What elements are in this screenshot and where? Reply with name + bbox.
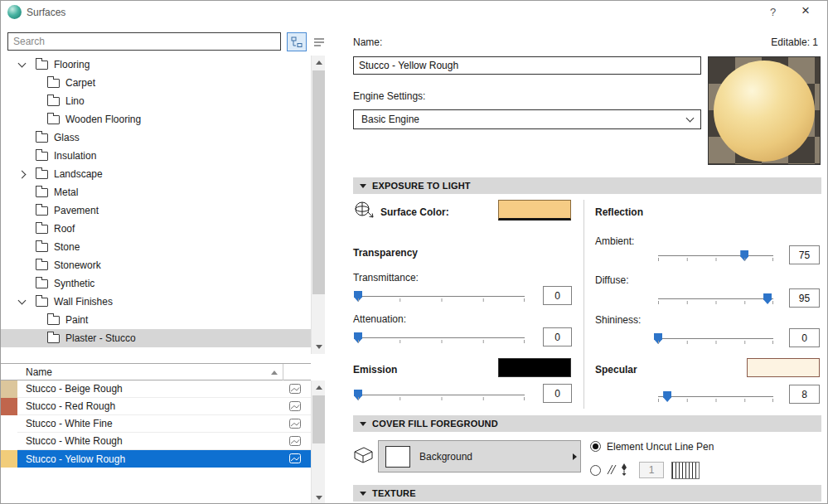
slider-handle[interactable] — [740, 250, 748, 261]
chevron-down-icon[interactable] — [18, 60, 27, 68]
slider-track — [658, 255, 773, 256]
chevron-down-icon — [686, 114, 695, 123]
color-swatch — [1, 380, 17, 398]
element-uncut-line-pen-radio[interactable] — [590, 441, 601, 452]
specular-slider[interactable] — [653, 390, 778, 404]
scroll-up-button[interactable] — [312, 380, 326, 395]
color-swatch — [1, 415, 17, 433]
list-header-name[interactable]: Name — [1, 364, 311, 380]
tree-item-label: Glass — [54, 132, 80, 143]
engine-settings-select[interactable]: Basic Engine — [353, 109, 701, 129]
list-row-label: Stucco - White Rough — [26, 435, 123, 447]
tree-view-button[interactable] — [287, 32, 307, 51]
surface-color-label: Surface Color: — [380, 206, 449, 218]
tree-item-pavement[interactable]: Pavement — [1, 201, 311, 220]
editable-count: Editable: 1 — [771, 36, 818, 48]
tree-item-flooring[interactable]: Flooring — [1, 56, 311, 74]
tree-item-lino[interactable]: Lino — [1, 92, 311, 110]
tree-item-synthetic[interactable]: Synthetic — [1, 274, 311, 293]
emission-color-swatch[interactable] — [498, 358, 571, 377]
tree-item-paint[interactable]: Paint — [1, 311, 311, 329]
tree-item-stonework[interactable]: Stonework — [1, 256, 311, 274]
list-scrollbar[interactable] — [311, 380, 325, 504]
list-row-stucco-white-rough[interactable]: Stucco - White Rough — [1, 433, 311, 450]
slider-handle[interactable] — [663, 391, 671, 402]
folder-icon — [36, 225, 48, 234]
ambient-label: Ambient: — [595, 235, 634, 247]
close-button[interactable]: × — [801, 2, 810, 19]
chevron-right-icon[interactable] — [18, 170, 27, 178]
tree-item-metal[interactable]: Metal — [1, 183, 311, 201]
transmittance-value-input[interactable] — [543, 286, 572, 305]
search-input[interactable] — [7, 32, 281, 51]
slider-handle[interactable] — [354, 390, 362, 400]
section-exposure-to-light[interactable]: EXPOSURE TO LIGHT — [353, 177, 821, 194]
pen-weight-preview[interactable] — [671, 462, 700, 479]
collapse-icon — [360, 184, 366, 188]
specular-value-input[interactable] — [789, 385, 820, 404]
column-divider — [583, 200, 584, 409]
specular-label: Specular — [595, 364, 637, 376]
scroll-up-button[interactable] — [312, 56, 326, 70]
diffuse-value-input[interactable] — [789, 288, 820, 308]
slider-handle[interactable] — [763, 293, 772, 304]
section-title: COVER FILL FOREGROUND — [372, 419, 498, 429]
specular-color-swatch[interactable] — [747, 358, 820, 377]
folder-icon — [47, 97, 60, 106]
tree-item-carpet[interactable]: Carpet — [1, 74, 311, 92]
transmittance-slider[interactable] — [353, 290, 530, 303]
section-texture[interactable]: TEXTURE — [353, 485, 821, 502]
custom-pen-radio[interactable] — [590, 465, 601, 476]
slider-handle[interactable] — [654, 333, 662, 344]
list-row-stucco-yellow-rough[interactable]: Stucco - Yellow Rough — [1, 450, 311, 468]
list-row-stucco-white-fine[interactable]: Stucco - White Fine — [1, 415, 311, 433]
tree-item-plaster-stucco[interactable]: Plaster - Stucco — [1, 329, 311, 347]
slider-handle[interactable] — [354, 291, 362, 302]
cover-fill-dropdown[interactable]: Background — [378, 440, 581, 472]
folder-icon — [36, 170, 48, 179]
tree-item-landscape[interactable]: Landscape — [1, 165, 311, 183]
tree-item-glass[interactable]: Glass — [1, 128, 311, 147]
tree-scrollbar[interactable] — [311, 56, 325, 354]
help-button[interactable]: ? — [770, 6, 776, 18]
tree-item-roof[interactable]: Roof — [1, 220, 311, 238]
surface-name-input[interactable] — [353, 56, 701, 75]
scroll-down-button[interactable] — [312, 491, 326, 504]
emission-slider[interactable] — [353, 389, 530, 402]
folder-icon — [36, 152, 48, 161]
shininess-slider[interactable] — [653, 332, 778, 346]
diffuse-slider[interactable] — [653, 293, 778, 306]
scrollbar-thumb[interactable] — [312, 70, 325, 294]
slider-handle[interactable] — [354, 332, 362, 343]
folder-icon — [36, 279, 48, 288]
emission-value-input[interactable] — [543, 384, 572, 403]
list-view-icon — [313, 37, 325, 47]
list-row-label: Stucco - Beige Rough — [26, 383, 123, 395]
section-title: TEXTURE — [372, 488, 416, 498]
tree-item-stone[interactable]: Stone — [1, 238, 311, 256]
preview-icon — [289, 419, 301, 429]
scrollbar-thumb[interactable] — [312, 395, 325, 443]
chevron-down-icon[interactable] — [18, 297, 27, 305]
tree-item-wall-finishes[interactable]: Wall Finishes — [1, 293, 311, 311]
tree-item-label: Roof — [54, 223, 75, 235]
list-row-stucco-beige-rough[interactable]: Stucco - Beige Rough — [1, 380, 311, 398]
list-view-button[interactable] — [309, 32, 329, 51]
tree-item-insulation[interactable]: Insulation — [1, 147, 311, 165]
pen-number-input[interactable] — [639, 462, 664, 478]
scroll-down-button[interactable] — [312, 340, 326, 354]
tree-item-label: Insulation — [54, 150, 96, 162]
attenuation-value-input[interactable] — [543, 327, 572, 346]
ambient-slider[interactable] — [653, 250, 778, 263]
cover-fill-icon — [352, 446, 375, 464]
section-cover-fill-foreground[interactable]: COVER FILL FOREGROUND — [353, 415, 821, 432]
surface-color-swatch[interactable] — [498, 200, 571, 220]
tree-item-label: Paint — [65, 314, 88, 326]
list-row-stucco-red-rough[interactable]: Stucco - Red Rough — [1, 398, 311, 415]
attenuation-slider[interactable] — [353, 332, 530, 345]
ambient-value-input[interactable] — [789, 245, 820, 264]
shininess-value-input[interactable] — [789, 328, 820, 347]
tree-item-wooden-flooring[interactable]: Wooden Flooring — [1, 110, 311, 128]
tree-item-label: Stonework — [54, 259, 101, 271]
tree-item-label: Stone — [54, 241, 80, 253]
